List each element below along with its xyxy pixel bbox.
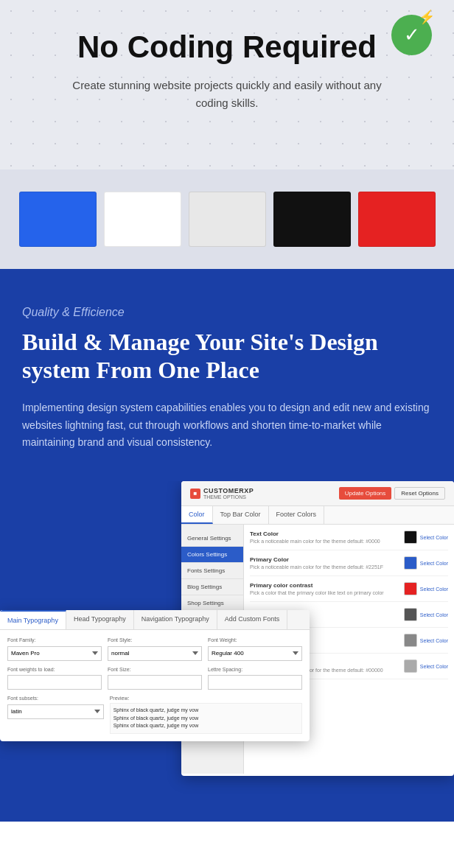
preview-field: Preview: Sphinx of black quartz, judge m…	[110, 696, 302, 734]
feature-tag: Quality & Efficience	[22, 306, 432, 319]
font-weight-label: Font Weight:	[208, 637, 302, 643]
feature-section: Quality & Efficience Build & Manage Your…	[0, 269, 454, 822]
tab-add-custom-fonts[interactable]: Add Custom Fonts	[217, 610, 288, 629]
mini-swatch-contrast[interactable]	[404, 582, 417, 595]
color-row-primary: Primary Color Pick a noticeable main col…	[250, 556, 448, 576]
font-weights-load-input[interactable]	[7, 675, 102, 690]
reset-options-button[interactable]: Reset Options	[394, 487, 445, 500]
logo-icon: ■	[190, 489, 200, 499]
update-options-button[interactable]: Update Options	[339, 487, 392, 500]
color-row-primary-contrast: Primary color contrast Pick a color that…	[250, 582, 448, 602]
typography-body: Font Family: Maven Pro Font Style: norma…	[0, 630, 310, 741]
typography-tabs: Main Typography Head Typography Navigati…	[0, 610, 310, 630]
color-swatch-row-gray1: Select Color	[404, 659, 448, 673]
select-color-gray1[interactable]: Select Color	[420, 664, 448, 669]
font-weights-load-label: Font weights to load:	[7, 667, 102, 672]
theme-panel-buttons: Update Options Reset Options	[339, 487, 445, 500]
color-info-contrast: Primary color contrast Pick a color that…	[250, 582, 404, 595]
sidebar-blog-settings[interactable]: Blog Settings	[181, 579, 243, 595]
font-weight-field: Font Weight: Regular 400	[208, 637, 302, 661]
mini-swatch-text[interactable]	[404, 531, 417, 544]
lightning-icon: ⚡	[419, 9, 435, 25]
sidebar-fonts-settings[interactable]: Fonts Settings	[181, 563, 243, 579]
letter-spacing-label: Lettre Spacing:	[208, 667, 302, 672]
color-desc-contrast: Pick a color that the primary color like…	[250, 590, 404, 595]
select-color-text[interactable]: Select Color	[420, 535, 448, 540]
preview-text: Sphinx of black quartz, judge my vow Sph…	[110, 703, 302, 734]
swatches-section	[0, 169, 454, 269]
font-family-label: Font Family:	[7, 637, 102, 643]
letter-spacing-field: Lettre Spacing:	[208, 667, 302, 690]
font-size-input[interactable]	[108, 675, 202, 690]
font-style-label: Font Style:	[108, 637, 202, 643]
feature-description: Implementing design system capabilities …	[22, 399, 432, 452]
font-subsets-field: Font subsets: latin	[7, 696, 104, 734]
badge-icon: ⚡ ✓	[391, 15, 432, 55]
color-swatch-row-5: Select Color	[404, 634, 448, 647]
font-style-field: Font Style: normal	[108, 637, 202, 661]
color-desc-primary: Pick a noticeable main color for the the…	[250, 564, 404, 570]
typography-grid-2: Font weights to load: Font Size: Lettre …	[7, 667, 302, 690]
tab-main-typography[interactable]: Main Typography	[0, 610, 66, 629]
swatch-blue	[19, 192, 97, 247]
color-label-primary: Primary Color	[250, 556, 404, 563]
mini-swatch-4[interactable]	[404, 608, 417, 621]
letter-spacing-input[interactable]	[208, 675, 302, 690]
sidebar-general-settings[interactable]: General Settings	[181, 531, 243, 547]
color-info-text: Text Color Pick a noticeable main color …	[250, 531, 404, 544]
color-swatch-row-contrast: Select Color	[404, 582, 448, 595]
feature-title: Build & Manage Your Site's Design system…	[22, 328, 432, 385]
color-row-text: Text Color Pick a noticeable main color …	[250, 531, 448, 550]
mini-swatch-5[interactable]	[404, 634, 417, 647]
swatch-black	[273, 192, 351, 247]
font-style-select[interactable]: normal	[108, 646, 202, 661]
swatch-white	[104, 192, 181, 247]
hero-section: ⚡ ✓ No Coding Required Create stunning w…	[0, 0, 454, 169]
hero-title: No Coding Required	[15, 29, 439, 65]
checkmark-icon: ✓	[404, 24, 420, 46]
theme-panel-tabs: Color Top Bar Color Footer Colors	[181, 506, 454, 525]
theme-panel-logo: CUSTOMERXP	[203, 487, 254, 494]
mini-swatch-primary[interactable]	[404, 556, 417, 570]
color-swatch-row-primary: Select Color	[404, 556, 448, 570]
typography-subsets: Font subsets: latin Preview: Sphinx of b…	[7, 696, 302, 734]
tab-footer-colors[interactable]: Footer Colors	[269, 506, 325, 524]
font-size-label: Font Size:	[108, 667, 202, 672]
sidebar-shop-settings[interactable]: Shop Settings	[181, 595, 243, 612]
color-label-text: Text Color	[250, 531, 404, 537]
color-swatch-row-4: Select Color	[404, 608, 448, 621]
mini-swatch-gray1[interactable]	[404, 659, 417, 673]
typography-grid-1: Font Family: Maven Pro Font Style: norma…	[7, 637, 302, 661]
tab-topbar-color[interactable]: Top Bar Color	[213, 506, 269, 524]
select-color-contrast[interactable]: Select Color	[420, 587, 448, 592]
color-label-contrast: Primary color contrast	[250, 582, 404, 589]
ui-composite: ■ CUSTOMERXP THEME OPTIONS Update Option…	[0, 481, 454, 798]
font-weight-select[interactable]: Regular 400	[208, 646, 302, 661]
swatch-red	[358, 192, 436, 247]
tab-head-typography[interactable]: Head Typography	[66, 610, 134, 629]
theme-panel-header: ■ CUSTOMERXP THEME OPTIONS Update Option…	[181, 481, 454, 506]
hero-subtitle: Create stunning website projects quickly…	[72, 77, 382, 112]
tab-navigation-typography[interactable]: Navigation Typography	[134, 610, 217, 629]
font-weights-load-field: Font weights to load:	[7, 667, 102, 690]
swatch-light-gray	[189, 192, 266, 247]
select-color-primary[interactable]: Select Color	[420, 561, 448, 566]
color-desc-text: Pick a noticeable main color for the the…	[250, 539, 404, 544]
font-family-field: Font Family: Maven Pro	[7, 637, 102, 661]
theme-panel-logo-sub: THEME OPTIONS	[203, 494, 254, 500]
tab-color[interactable]: Color	[181, 506, 213, 524]
font-subsets-label: Font subsets:	[7, 696, 104, 701]
color-info-primary: Primary Color Pick a noticeable main col…	[250, 556, 404, 570]
color-swatch-row-text: Select Color	[404, 531, 448, 544]
font-subsets-select[interactable]: latin	[7, 704, 104, 719]
preview-label: Preview:	[110, 696, 302, 701]
font-size-field: Font Size:	[108, 667, 202, 690]
typography-panel: Main Typography Head Typography Navigati…	[0, 610, 310, 741]
select-color-5[interactable]: Select Color	[420, 638, 448, 643]
font-family-select[interactable]: Maven Pro	[7, 646, 102, 661]
select-color-4[interactable]: Select Color	[420, 612, 448, 617]
sidebar-colors-settings[interactable]: Colors Settings	[181, 547, 243, 563]
